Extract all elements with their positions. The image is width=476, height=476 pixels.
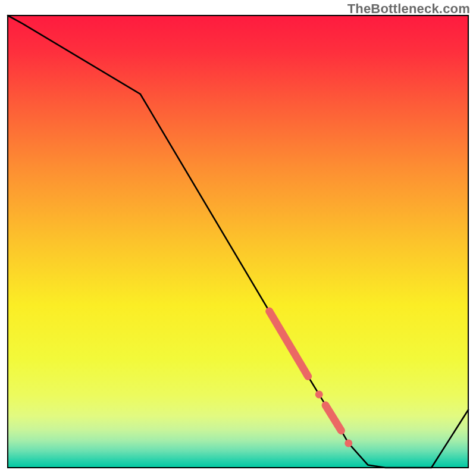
highlight-dot-3 [345, 439, 352, 447]
bottleneck-chart: TheBottleneck.com [0, 0, 476, 476]
chart-svg [0, 0, 476, 476]
plot-background [8, 15, 468, 468]
watermark-text: TheBottleneck.com [347, 1, 470, 17]
highlight-dot-1 [315, 390, 323, 398]
